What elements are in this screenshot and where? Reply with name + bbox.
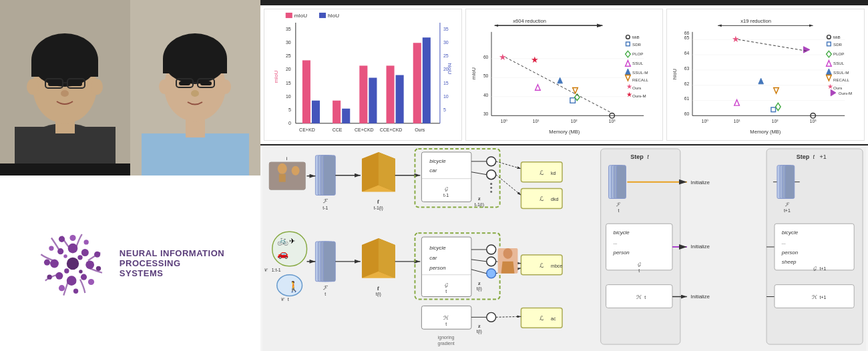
svg-text:𝓕: 𝓕: [785, 202, 790, 208]
svg-text:Step: Step: [630, 153, 644, 160]
svg-text:★: ★: [827, 83, 833, 90]
svg-text:t: t: [618, 208, 620, 213]
svg-text:...: ...: [782, 240, 786, 245]
svg-point-24: [220, 79, 231, 94]
svg-text:★: ★: [499, 52, 507, 62]
svg-text:𝐳: 𝐳: [478, 280, 481, 286]
svg-point-34: [85, 260, 94, 269]
svg-rect-125: [626, 42, 630, 46]
svg-rect-193: [269, 162, 306, 190]
chart2-container: x604 reduction mIoU Memory (MB): [465, 9, 664, 141]
diagram-area: i 𝓕 t-1 𝐟 t-1(i) bicycl: [260, 145, 868, 351]
svg-text:CE+KD: CE+KD: [299, 127, 315, 132]
svg-text:+1: +1: [820, 153, 827, 160]
svg-point-35: [81, 274, 87, 280]
logo-line1: NEURAL INFORMATION: [120, 248, 224, 258]
svg-line-122: [505, 57, 612, 113]
svg-text:sheep: sheep: [782, 259, 797, 265]
svg-text:10: 10: [286, 94, 291, 99]
svg-text:Ours: Ours: [632, 85, 641, 90]
svg-text:63: 63: [684, 66, 690, 71]
svg-text:✈: ✈: [289, 237, 295, 245]
left-panel: NEURAL INFORMATION PROCESSING SYSTEMS: [0, 0, 260, 351]
svg-text:t+1: t+1: [784, 208, 791, 213]
svg-text:t-1: t-1: [443, 193, 449, 198]
svg-point-295: [503, 248, 513, 259]
svg-rect-87: [413, 43, 421, 123]
svg-point-40: [69, 234, 75, 240]
svg-marker-166: [734, 100, 740, 106]
photos-row: [0, 0, 260, 176]
person1-photo: [0, 0, 130, 176]
person1-svg: [0, 0, 130, 176]
svg-point-272: [487, 312, 496, 322]
svg-point-51: [77, 255, 82, 260]
svg-rect-164: [771, 107, 776, 112]
svg-marker-246: [379, 238, 395, 278]
svg-text:50: 50: [483, 73, 489, 78]
svg-text:RECALL: RECALL: [632, 77, 649, 82]
svg-rect-10: [70, 81, 82, 86]
svg-point-14: [61, 90, 69, 97]
svg-text:mIoU: mIoU: [273, 70, 279, 83]
svg-marker-206: [379, 152, 395, 192]
chart3-container: x19 reduction hIoU Memory (MB) 60: [666, 9, 865, 141]
svg-marker-182: [827, 75, 832, 81]
svg-point-43: [96, 266, 101, 270]
svg-point-259: [487, 269, 496, 278]
svg-text:t: t: [445, 289, 447, 294]
svg-text:gradient: gradient: [438, 341, 455, 346]
svg-text:t: t: [638, 268, 640, 273]
svg-text:SDR: SDR: [632, 42, 642, 47]
svg-text:car: car: [429, 167, 437, 173]
svg-point-172: [827, 35, 831, 39]
svg-rect-174: [827, 42, 831, 46]
svg-point-45: [73, 288, 78, 293]
svg-point-220: [490, 191, 492, 193]
svg-text:dkd: dkd: [551, 197, 558, 202]
svg-rect-115: [570, 98, 576, 103]
svg-text:25: 25: [286, 53, 291, 58]
svg-text:t+1: t+1: [820, 266, 827, 271]
person2-photo: [130, 0, 260, 176]
svg-text:5: 5: [443, 107, 446, 112]
svg-point-258: [487, 257, 496, 266]
svg-point-260: [490, 183, 492, 185]
svg-text:10²: 10²: [570, 119, 577, 123]
svg-marker-168: [774, 87, 779, 93]
svg-rect-81: [333, 101, 341, 123]
svg-text:...: ...: [614, 240, 618, 245]
svg-text:t+1: t+1: [820, 296, 827, 300]
svg-text:i: i: [286, 155, 288, 161]
svg-text:mIoU: mIoU: [294, 13, 307, 19]
svg-text:person: person: [613, 250, 630, 256]
svg-point-53: [63, 254, 67, 258]
charts-area: mIoU hIoU mIoU hIoU 0 5 10 15 20: [260, 5, 868, 145]
right-panel: mIoU hIoU mIoU hIoU 0 5 10 15 20: [260, 0, 868, 351]
svg-text:Ours: Ours: [415, 127, 425, 132]
svg-text:10: 10: [443, 94, 449, 99]
svg-marker-167: [758, 78, 764, 84]
svg-text:🚶: 🚶: [287, 280, 300, 293]
svg-text:Initialize: Initialize: [690, 180, 710, 186]
svg-point-44: [88, 278, 94, 284]
svg-text:ℒ: ℒ: [539, 196, 544, 202]
svg-text:person: person: [429, 265, 446, 271]
svg-text:PLOP: PLOP: [632, 51, 643, 56]
person2-svg: [130, 0, 260, 176]
svg-point-23: [159, 79, 170, 94]
svg-text:bicycle: bicycle: [429, 158, 446, 164]
svg-text:🚲: 🚲: [277, 235, 289, 246]
svg-text:kd: kd: [551, 171, 556, 176]
svg-rect-15: [0, 163, 130, 176]
svg-point-30: [191, 90, 199, 97]
svg-rect-22: [163, 59, 227, 73]
svg-point-257: [487, 245, 496, 254]
svg-text:25: 25: [443, 53, 449, 58]
svg-text:64: 64: [684, 51, 690, 55]
svg-text:SSUL-M: SSUL-M: [632, 70, 648, 75]
svg-text:ℋ: ℋ: [636, 295, 642, 301]
svg-marker-186: [831, 89, 837, 96]
svg-text:10¹: 10¹: [734, 119, 740, 123]
svg-rect-200: [323, 155, 335, 196]
